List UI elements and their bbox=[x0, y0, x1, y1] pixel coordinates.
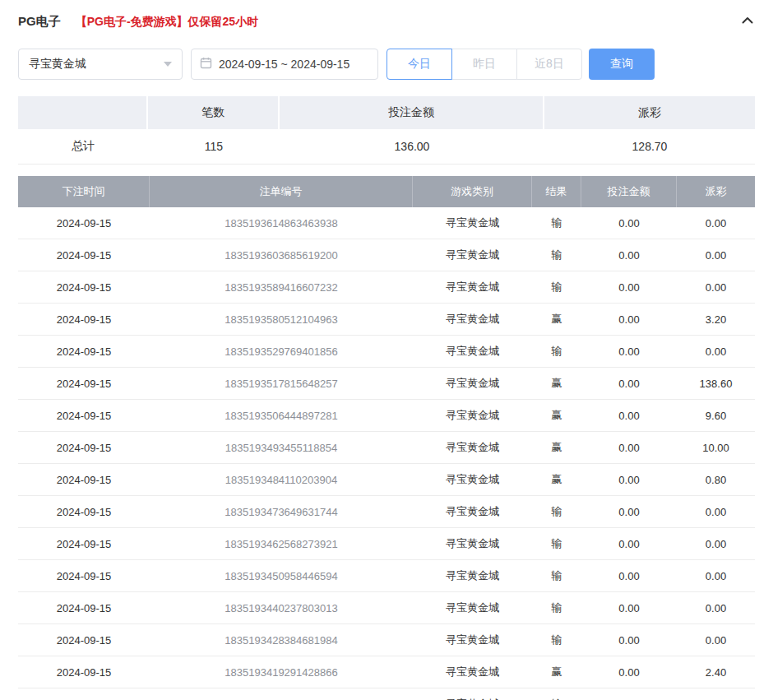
table-cell: 1835193399737604098 bbox=[150, 688, 413, 700]
summary-total-cell: 128.70 bbox=[544, 129, 755, 164]
quick-filter-today[interactable]: 今日 bbox=[386, 49, 452, 80]
table-row: 2024-09-151835193603685619200寻宝黄金城输0.000… bbox=[18, 239, 755, 271]
table-cell: 寻宝黄金城 bbox=[413, 207, 532, 239]
pg-records-panel: PG电子 【PG电子-免费游戏】仅保留25小时 寻宝黄金城 bbox=[0, 0, 773, 700]
table-cell: 2024-09-15 bbox=[18, 207, 150, 239]
table-cell: 0.00 bbox=[581, 432, 677, 463]
table-cell: 0.00 bbox=[677, 207, 755, 239]
summary-total-cell: 136.00 bbox=[280, 129, 544, 164]
table-cell: 1835193428384681984 bbox=[150, 624, 413, 656]
table-cell: 0.00 bbox=[677, 271, 755, 303]
chevron-up-icon bbox=[740, 13, 755, 30]
table-cell: 1835193462568273921 bbox=[150, 528, 413, 559]
table-cell: 寻宝黄金城 bbox=[413, 592, 532, 624]
table-cell: 2024-09-15 bbox=[18, 560, 150, 591]
table-cell: 0.00 bbox=[581, 592, 677, 624]
table-cell: 寻宝黄金城 bbox=[413, 304, 532, 335]
table-cell: 2024-09-15 bbox=[18, 656, 150, 688]
table-cell: 1835193603685619200 bbox=[150, 239, 413, 271]
table-cell: 2024-09-15 bbox=[18, 592, 150, 624]
chevron-down-icon bbox=[164, 62, 172, 67]
table-cell: 1835193614863463938 bbox=[150, 207, 413, 239]
table-row: 2024-09-151835193484110203904寻宝黄金城赢0.000… bbox=[18, 464, 755, 496]
table-cell: 输 bbox=[532, 688, 581, 700]
collapse-button[interactable] bbox=[740, 13, 755, 30]
table-cell: 寻宝黄金城 bbox=[413, 496, 532, 527]
column-header: 下注时间 bbox=[18, 176, 150, 207]
search-button[interactable]: 查询 bbox=[589, 49, 655, 80]
column-header: 结果 bbox=[532, 176, 581, 207]
column-header: 游戏类别 bbox=[413, 176, 532, 207]
game-select-value: 寻宝黄金城 bbox=[29, 57, 86, 72]
table-row: 2024-09-151835193440237803013寻宝黄金城输0.000… bbox=[18, 592, 755, 624]
quick-filter-yesterday[interactable]: 昨日 bbox=[451, 49, 517, 80]
table-row: 2024-09-151835193529769401856寻宝黄金城输0.000… bbox=[18, 336, 755, 368]
table-cell: 1835193493455118854 bbox=[150, 432, 413, 463]
table-cell: 1835193529769401856 bbox=[150, 336, 413, 367]
table-cell: 寻宝黄金城 bbox=[413, 464, 532, 495]
table-cell: 0.00 bbox=[677, 560, 755, 591]
table-cell: 2024-09-15 bbox=[18, 271, 150, 303]
game-select[interactable]: 寻宝黄金城 bbox=[18, 49, 183, 80]
table-cell: 0.00 bbox=[677, 688, 755, 700]
table-cell: 0.00 bbox=[677, 592, 755, 624]
table-cell: 赢 bbox=[532, 304, 581, 335]
table-cell: 2024-09-15 bbox=[18, 464, 150, 495]
table-cell: 0.00 bbox=[581, 207, 677, 239]
table-cell: 寻宝黄金城 bbox=[413, 624, 532, 656]
table-cell: 1835193419291428866 bbox=[150, 656, 413, 688]
table-cell: 寻宝黄金城 bbox=[413, 656, 532, 688]
summary-total-row: 总计115136.00128.70 bbox=[18, 129, 755, 165]
table-cell: 2024-09-15 bbox=[18, 400, 150, 431]
table-cell: 10.00 bbox=[677, 432, 755, 463]
column-header: 投注金额 bbox=[581, 176, 677, 207]
table-row: 2024-09-151835193580512104963寻宝黄金城赢0.003… bbox=[18, 304, 755, 336]
table-cell: 寻宝黄金城 bbox=[413, 432, 532, 463]
table-header-row: 下注时间注单编号游戏类别结果投注金额派彩 bbox=[18, 176, 755, 207]
table-cell: 寻宝黄金城 bbox=[413, 368, 532, 399]
table-cell: 1835193580512104963 bbox=[150, 304, 413, 335]
table-cell: 输 bbox=[532, 592, 581, 624]
table-row: 2024-09-151835193506444897281寻宝黄金城赢0.009… bbox=[18, 400, 755, 432]
table-cell: 2.40 bbox=[677, 656, 755, 688]
table-cell: 输 bbox=[532, 560, 581, 591]
table-cell: 0.00 bbox=[677, 239, 755, 271]
table-cell: 赢 bbox=[532, 400, 581, 431]
table-row: 2024-09-151835193493455118854寻宝黄金城赢0.001… bbox=[18, 432, 755, 464]
date-range-input[interactable]: 2024-09-15 ~ 2024-09-15 bbox=[191, 49, 378, 80]
table-row: 2024-09-151835193517815648257寻宝黄金城赢0.001… bbox=[18, 368, 755, 400]
table-cell: 0.00 bbox=[677, 336, 755, 367]
summary-total-cell: 115 bbox=[148, 129, 280, 164]
table-cell: 2024-09-15 bbox=[18, 368, 150, 399]
table-cell: 赢 bbox=[532, 656, 581, 688]
table-cell: 2024-09-15 bbox=[18, 688, 150, 700]
table-cell: 1835193506444897281 bbox=[150, 400, 413, 431]
table-cell: 0.00 bbox=[581, 496, 677, 527]
summary-table: 笔数投注金额派彩 总计115136.00128.70 bbox=[18, 96, 755, 165]
column-header: 派彩 bbox=[677, 176, 755, 207]
table-cell: 0.00 bbox=[581, 271, 677, 303]
quick-filter-group: 今日昨日近8日 bbox=[386, 49, 582, 80]
table-row: 2024-09-151835193428384681984寻宝黄金城输0.000… bbox=[18, 624, 755, 656]
table-cell: 寻宝黄金城 bbox=[413, 239, 532, 271]
table-body: 2024-09-151835193614863463938寻宝黄金城输0.000… bbox=[18, 207, 755, 700]
table-cell: 0.00 bbox=[581, 336, 677, 367]
table-cell: 输 bbox=[532, 271, 581, 303]
table-row: 2024-09-151835193399737604098寻宝黄金城输0.000… bbox=[18, 688, 755, 700]
table-cell: 0.00 bbox=[581, 464, 677, 495]
panel-title: PG电子 bbox=[18, 14, 61, 30]
table-cell: 2024-09-15 bbox=[18, 496, 150, 527]
summary-header-cell: 投注金额 bbox=[280, 96, 544, 129]
table-cell: 0.00 bbox=[677, 528, 755, 559]
summary-header: 笔数投注金额派彩 bbox=[18, 96, 755, 129]
table-cell: 0.00 bbox=[581, 688, 677, 700]
table-cell: 1835193517815648257 bbox=[150, 368, 413, 399]
date-range-value: 2024-09-15 ~ 2024-09-15 bbox=[219, 58, 349, 71]
table-cell: 2024-09-15 bbox=[18, 624, 150, 656]
table-row: 2024-09-151835193589416607232寻宝黄金城输0.000… bbox=[18, 271, 755, 304]
summary-header-cell bbox=[18, 96, 148, 129]
quick-filter-last8days[interactable]: 近8日 bbox=[516, 49, 582, 80]
table-cell: 输 bbox=[532, 496, 581, 527]
table-cell: 输 bbox=[532, 336, 581, 367]
table-cell: 寻宝黄金城 bbox=[413, 336, 532, 367]
